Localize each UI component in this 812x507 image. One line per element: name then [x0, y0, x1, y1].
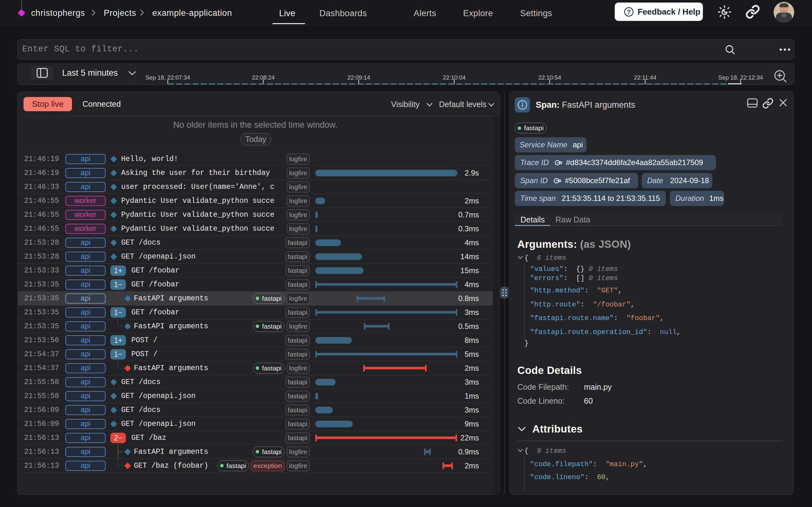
svg-text:?: ?: [627, 8, 631, 15]
